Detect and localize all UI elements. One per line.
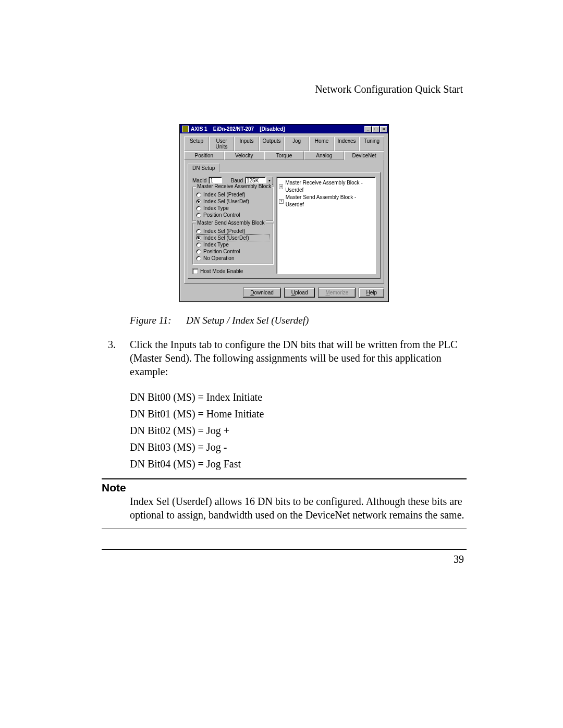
figure-label: Figure 11: <box>130 315 172 326</box>
radio-send-position-label: Position Control <box>203 248 240 255</box>
radio-receive-predef-input[interactable] <box>196 192 201 198</box>
memorize-button: Memorize <box>318 288 356 298</box>
tab-outputs[interactable]: Outputs <box>259 137 284 151</box>
assembly-tree[interactable]: + Master Receive Assembly Block - Userde… <box>276 177 376 274</box>
host-mode-label: Host Mode Enable <box>200 268 243 274</box>
group-master-send: Master Send Assembly Block Index Sel (Pr… <box>192 223 273 264</box>
upload-button[interactable]: Upload <box>284 288 315 298</box>
radio-send-indextype[interactable]: Index Type <box>196 241 270 248</box>
radio-receive-userdef-input[interactable] <box>196 199 201 204</box>
radio-send-predef-input[interactable] <box>196 229 201 234</box>
group-receive-legend: Master Receive Assembly Block <box>196 183 272 189</box>
tab-user-units[interactable]: User Units <box>209 137 234 151</box>
tab-container: Setup User Units Inputs Outputs Jog Home… <box>184 137 384 283</box>
tree-item-receive-label: Master Receive Assembly Block - Userdef <box>285 179 373 194</box>
tab-velocity[interactable]: Velocity <box>224 151 264 160</box>
footer-rule <box>102 549 467 550</box>
radio-send-noop-label: No Operation <box>203 255 234 262</box>
radio-send-userdef-input[interactable] <box>196 236 201 241</box>
host-mode-enable[interactable]: Host Mode Enable <box>192 268 273 274</box>
radio-receive-userdef-label: Index Sel (UserDef) <box>203 198 249 205</box>
tab-position[interactable]: Position <box>184 151 224 160</box>
note-rule-top <box>102 478 467 479</box>
tab-home[interactable]: Home <box>309 137 334 151</box>
radio-receive-indextype-label: Index Type <box>203 205 229 212</box>
tree-item-send[interactable]: + Master Send Assembly Block - Userdef <box>279 194 373 208</box>
group-send-legend: Master Send Assembly Block <box>196 220 266 226</box>
bit-row: DN Bit01 (MS) = Home Initiate <box>130 405 467 422</box>
bit-row: DN Bit04 (MS) = Jog Fast <box>130 455 467 472</box>
radio-receive-predef-label: Index Sel (Predef) <box>203 191 246 198</box>
close-button[interactable]: × <box>380 126 387 132</box>
figure-caption-text: DN Setup / Index Sel (Userdef) <box>186 315 309 326</box>
window-body: Setup User Units Inputs Outputs Jog Home… <box>180 133 388 302</box>
step-text: Click the Inputs tab to configure the DN… <box>130 338 467 378</box>
tab-analog[interactable]: Analog <box>304 151 344 160</box>
maximize-button[interactable]: □ <box>372 126 380 132</box>
note-heading: Note <box>102 482 467 494</box>
tab-tuning[interactable]: Tuning <box>359 137 384 151</box>
tree-item-receive[interactable]: + Master Receive Assembly Block - Userde… <box>279 179 373 194</box>
step-number: 3. <box>108 338 130 378</box>
devicenet-panel: DN Setup MacId Baud <box>184 160 384 283</box>
document-page: Network Configuration Quick Start AXIS 1… <box>0 0 563 728</box>
expand-icon[interactable]: + <box>279 184 283 189</box>
radio-send-indextype-input[interactable] <box>196 242 201 248</box>
note-rule-bottom <box>102 528 467 528</box>
tree-item-send-label: Master Send Assembly Block - Userdef <box>286 194 373 208</box>
radio-receive-position-label: Position Control <box>203 212 240 218</box>
radio-send-noop[interactable]: No Operation <box>196 255 270 262</box>
page-number: 39 <box>454 553 464 565</box>
figure-screenshot: AXIS 1 EiDn-202/NT-207 [Disabled] _ □ × … <box>102 124 467 302</box>
tab-torque[interactable]: Torque <box>264 151 304 160</box>
dialog-button-bar: Download Upload Memorize Help <box>184 288 384 298</box>
radio-receive-position[interactable]: Position Control <box>196 212 270 218</box>
radio-receive-predef[interactable]: Index Sel (Predef) <box>196 191 270 198</box>
bit-row: DN Bit02 (MS) = Jog + <box>130 422 467 439</box>
note-body: Index Sel (Userdef) allows 16 DN bits to… <box>130 495 467 522</box>
tab-setup[interactable]: Setup <box>184 137 209 151</box>
group-master-receive: Master Receive Assembly Block Index Sel … <box>192 187 273 221</box>
minimize-button[interactable]: _ <box>364 126 372 132</box>
radio-send-userdef-label: Index Sel (UserDef) <box>203 235 249 241</box>
step-3: 3. Click the Inputs tab to configure the… <box>108 338 467 378</box>
radio-send-position[interactable]: Position Control <box>196 248 270 255</box>
host-mode-checkbox[interactable] <box>192 268 198 274</box>
bit-row: DN Bit00 (MS) = Index Initiate <box>130 389 467 405</box>
bit-row: DN Bit03 (MS) = Jog - <box>130 439 467 455</box>
radio-receive-userdef[interactable]: Index Sel (UserDef) <box>196 198 270 205</box>
download-button[interactable]: Download <box>243 288 281 298</box>
radio-send-noop-input[interactable] <box>196 256 201 261</box>
subtab-dn-setup[interactable]: DN Setup <box>188 164 219 172</box>
radio-receive-indextype-input[interactable] <box>196 206 201 211</box>
radio-send-predef[interactable]: Index Sel (Predef) <box>196 228 270 235</box>
figure-caption: Figure 11: DN Setup / Index Sel (Userdef… <box>130 315 467 326</box>
radio-receive-indextype[interactable]: Index Type <box>196 205 270 212</box>
window-title: AXIS 1 EiDn-202/NT-207 [Disabled] <box>191 126 364 132</box>
dn-setup-panel: MacId Baud ▼ <box>188 172 381 279</box>
baud-label: Baud <box>231 178 243 183</box>
radio-send-indextype-label: Index Type <box>203 241 229 248</box>
radio-send-position-input[interactable] <box>196 249 201 254</box>
radio-send-predef-label: Index Sel (Predef) <box>203 228 246 235</box>
bit-assignment-list: DN Bit00 (MS) = Index Initiate DN Bit01 … <box>130 389 467 472</box>
app-icon <box>182 126 189 132</box>
radio-receive-position-input[interactable] <box>196 213 201 218</box>
titlebar[interactable]: AXIS 1 EiDn-202/NT-207 [Disabled] _ □ × <box>180 125 388 133</box>
radio-send-userdef[interactable]: Index Sel (UserDef) <box>196 235 270 241</box>
tab-devicenet[interactable]: DeviceNet <box>344 151 384 160</box>
dialog-window: AXIS 1 EiDn-202/NT-207 [Disabled] _ □ × … <box>179 124 389 302</box>
tab-jog[interactable]: Jog <box>284 137 309 151</box>
tab-inputs[interactable]: Inputs <box>234 137 259 151</box>
running-header: Network Configuration Quick Start <box>315 83 463 95</box>
macid-label: MacId <box>192 178 206 183</box>
expand-icon[interactable]: + <box>279 199 284 204</box>
tab-indexes[interactable]: Indexes <box>334 137 359 151</box>
help-button[interactable]: Help <box>359 288 384 298</box>
